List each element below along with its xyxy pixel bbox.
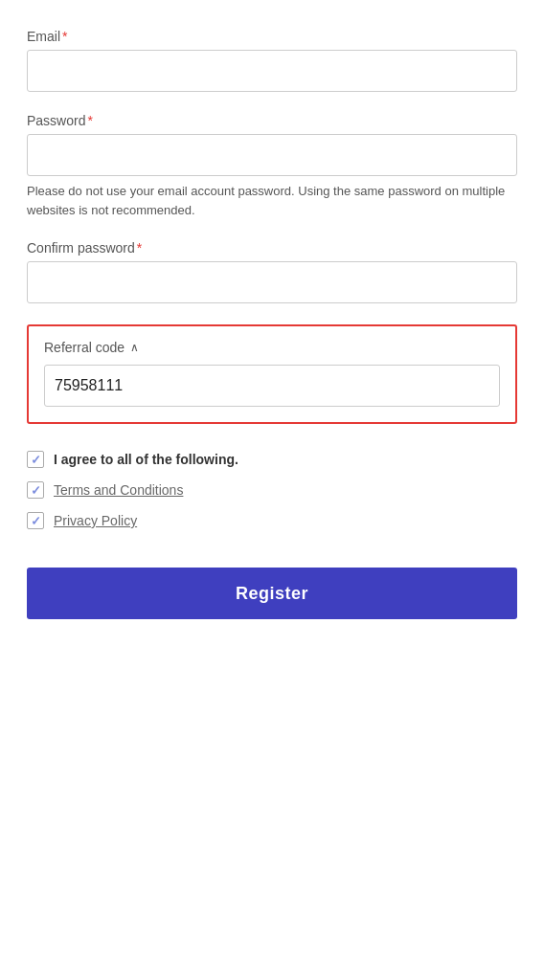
privacy-checkbox[interactable]: ✓ [27, 512, 44, 529]
privacy-item: ✓ Privacy Policy [27, 512, 517, 529]
password-hint: Please do not use your email account pas… [27, 182, 517, 219]
email-required-star: * [62, 29, 67, 44]
confirm-password-label: Confirm password* [27, 240, 517, 256]
password-input[interactable] [27, 134, 517, 176]
terms-checkmark: ✓ [31, 484, 41, 497]
confirm-password-field-group: Confirm password* [27, 240, 517, 303]
chevron-up-icon: ∧ [130, 341, 139, 354]
email-input[interactable] [27, 50, 517, 92]
agreements-section: ✓ I agree to all of the following. ✓ Ter… [27, 451, 517, 529]
terms-item: ✓ Terms and Conditions [27, 481, 517, 499]
confirm-password-required-star: * [137, 240, 142, 256]
agree-all-label: I agree to all of the following. [54, 452, 238, 467]
privacy-link[interactable]: Privacy Policy [54, 513, 137, 528]
terms-link[interactable]: Terms and Conditions [54, 482, 183, 498]
confirm-password-input[interactable] [27, 261, 517, 303]
privacy-checkmark: ✓ [31, 515, 41, 527]
email-label: Email* [27, 29, 517, 44]
email-field-group: Email* [27, 29, 517, 92]
referral-code-label: Referral code ∧ [44, 340, 500, 355]
register-button[interactable]: Register [27, 568, 517, 619]
terms-checkbox[interactable]: ✓ [27, 481, 44, 499]
password-required-star: * [87, 113, 92, 128]
password-label: Password* [27, 113, 517, 128]
password-field-group: Password* Please do not use your email a… [27, 113, 517, 219]
referral-code-input[interactable] [44, 365, 500, 407]
agree-all-item: ✓ I agree to all of the following. [27, 451, 517, 468]
agree-all-checkbox[interactable]: ✓ [27, 451, 44, 468]
referral-code-section: Referral code ∧ [27, 324, 517, 424]
agree-all-checkmark: ✓ [31, 454, 41, 466]
